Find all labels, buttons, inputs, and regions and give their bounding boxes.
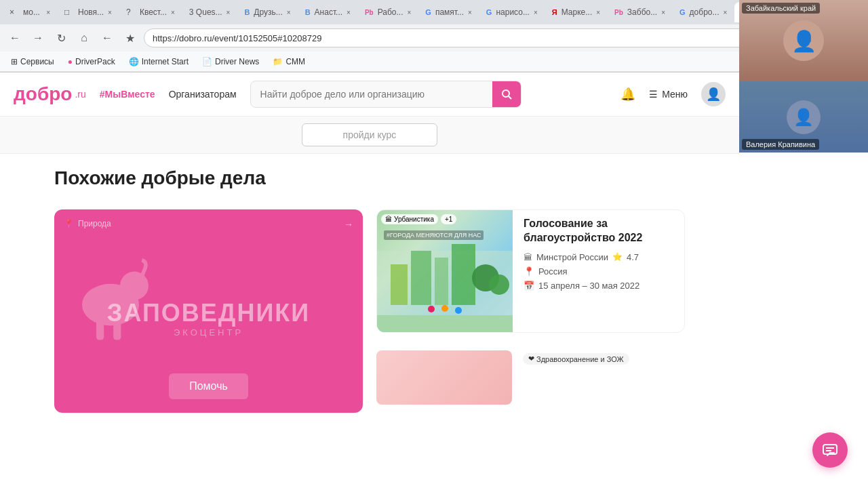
event-2-info: ❤ Здравоохранение и ЗОЖ [523, 350, 629, 405]
tab-bar: × мо... × □ Новя... × ? Квест... × 3 Que… [0, 0, 868, 24]
svg-rect-4 [96, 321, 104, 340]
video-call-panel: 👤 Забайкальский край 👤 Валерия Крапивина [739, 0, 868, 152]
svg-point-15 [428, 306, 435, 312]
bookmark-driverpack-label: DriverPack [75, 57, 115, 66]
tab-7-label: Рабо... [378, 7, 403, 17]
tab-4[interactable]: 3 Ques... × [182, 2, 237, 22]
forward-button[interactable]: → [28, 28, 47, 47]
video-secondary: 👤 Валерия Крапивина [739, 81, 868, 152]
search-box [250, 81, 521, 108]
driver-news-icon: 📄 [202, 57, 212, 66]
tab-10[interactable]: Я Марке... × [545, 2, 607, 22]
tab-5-close[interactable]: × [287, 9, 291, 16]
home-button[interactable]: ⌂ [75, 28, 94, 47]
svg-point-13 [441, 305, 448, 312]
notifications-bell-icon[interactable]: 🔔 [620, 87, 635, 102]
tab-9[interactable]: G нарисо... × [479, 2, 545, 22]
search-button[interactable] [492, 81, 521, 108]
tab-11-close[interactable]: × [661, 9, 665, 16]
event-card-1[interactable]: 🏛 Урбанистика +1 [376, 209, 685, 333]
organizer-icon: 🏛 [524, 252, 532, 262]
right-column: 🏛 Урбанистика +1 [376, 209, 685, 413]
video-bottom-label: Валерия Крапивина [742, 139, 819, 150]
address-bar: ← → ↻ ⌂ ← ★ [0, 24, 868, 52]
tab-4-close[interactable]: × [226, 9, 231, 16]
prev-page-button[interactable]: ← [98, 28, 117, 47]
course-button[interactable]: пройди курс [302, 123, 438, 146]
tab-1[interactable]: × мо... × [3, 2, 57, 22]
tab-8-close[interactable]: × [468, 9, 472, 16]
tab-5[interactable]: В Друзь... × [237, 2, 297, 22]
svg-rect-16 [377, 315, 513, 332]
tab-12-close[interactable]: × [724, 9, 728, 16]
menu-label: Меню [662, 89, 688, 100]
browser-chrome: × мо... × □ Новя... × ? Квест... × 3 Que… [0, 0, 868, 73]
tab-3-close[interactable]: × [171, 9, 175, 16]
tab-9-close[interactable]: × [534, 9, 538, 16]
event-1-title: Голосование за благоустройство 2022 [524, 217, 677, 245]
bookmark-internet-start-label: Internet Start [142, 57, 189, 66]
tab-7-close[interactable]: × [408, 9, 412, 16]
tab-1-label: мо... [23, 7, 40, 17]
svg-rect-7 [391, 264, 408, 305]
menu-button[interactable]: ☰ Меню [649, 89, 688, 100]
health-icon: ❤ [528, 354, 534, 363]
bookmark-internet-start[interactable]: 🌐 Internet Start [123, 56, 194, 68]
tab-3[interactable]: ? Квест... × [119, 2, 182, 22]
driverpack-icon: ● [68, 57, 73, 66]
svg-point-0 [502, 90, 509, 97]
smm-icon: 📁 [273, 57, 283, 66]
logo[interactable]: добро.ru [14, 83, 86, 105]
svg-point-14 [455, 307, 462, 314]
bookmark-driver-news-label: Driver News [215, 57, 259, 66]
tab-8[interactable]: G памят... × [418, 2, 479, 22]
tab-2[interactable]: □ Новя... × [58, 2, 119, 22]
event-card-2[interactable]: ❤ Здравоохранение и ЗОЖ [376, 344, 685, 405]
tab-4-label: 3 Ques... [189, 7, 222, 17]
event-1-organizer: Минстрой России [536, 252, 608, 262]
hashtag-myvmeste: #МыВместе [100, 89, 155, 100]
event-1-location: Россия [538, 266, 568, 277]
svg-rect-9 [435, 258, 448, 305]
event-1-dates: 15 апреля – 30 мая 2022 [538, 281, 639, 291]
calendar-icon: 📅 [524, 281, 534, 291]
tab-2-favicon: □ [64, 7, 74, 17]
tab-6-close[interactable]: × [347, 9, 351, 16]
bookmark-smm-label: СММ [285, 57, 305, 66]
pink-card[interactable]: 📍 Природа → [54, 209, 363, 413]
tab-3-favicon: ? [126, 7, 136, 17]
tab-12[interactable]: G добро... × [673, 2, 734, 22]
tab-11[interactable]: Pb Заббо... × [608, 2, 672, 22]
tab-6[interactable]: В Анаст... × [298, 2, 357, 22]
main-area: Похожие добрые дела 📍 Природа → [0, 154, 739, 426]
tab-8-label: памят... [435, 7, 464, 17]
bookmark-driver-news[interactable]: 📄 Driver News [197, 56, 264, 68]
tab-12-label: добро... [690, 7, 719, 17]
help-button[interactable]: Помочь [169, 373, 248, 399]
tab-9-label: нарисо... [496, 7, 530, 17]
tab-2-close[interactable]: × [108, 9, 112, 16]
services-icon: ⊞ [11, 57, 18, 66]
bookmark-smm[interactable]: 📁 СММ [267, 56, 311, 68]
bookmark-star[interactable]: ★ [121, 28, 140, 47]
search-input[interactable] [251, 89, 492, 100]
page-content: добро.ru #МыВместе Организаторам 🔔 ☰ Мен… [0, 73, 739, 488]
tab-2-label: Новя... [78, 7, 104, 17]
event-logos: #ГОРОДА МЕНЯЮТСЯ ДЛЯ НАС [384, 230, 484, 240]
tab-7[interactable]: Pb Рабо... × [358, 2, 418, 22]
reload-button[interactable]: ↻ [52, 28, 71, 47]
nav-organizers[interactable]: Организаторам [169, 89, 237, 100]
back-button[interactable]: ← [5, 28, 24, 47]
site-header: добро.ru #МыВместе Организаторам 🔔 ☰ Мен… [0, 73, 739, 117]
bookmark-services[interactable]: ⊞ Сервисы [5, 56, 60, 68]
user-avatar[interactable]: 👤 [701, 82, 726, 106]
tab-1-close[interactable]: × [46, 9, 50, 16]
course-banner: пройди курс [0, 117, 739, 154]
menu-icon: ☰ [649, 89, 658, 100]
bookmark-driverpack[interactable]: ● DriverPack [62, 56, 121, 68]
event-1-meta: 🏛 Минстрой России ⭐ 4.7 📍 Россия 📅 [524, 252, 677, 291]
bookmark-services-label: Сервисы [20, 57, 54, 66]
tab-10-close[interactable]: × [596, 9, 600, 16]
city-illustration [377, 210, 513, 332]
chat-fab[interactable] [812, 432, 848, 468]
